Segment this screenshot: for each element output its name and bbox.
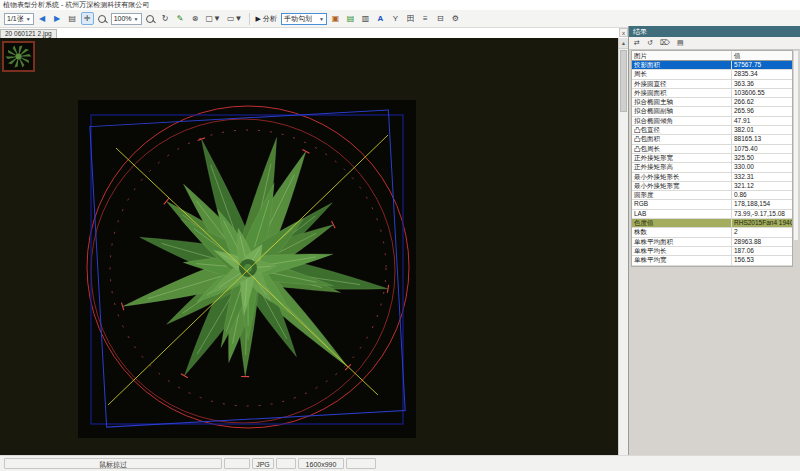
undo-icon: ↺	[647, 39, 653, 47]
app-window: 植物表型分析系统 - 杭州万深检测科技有限公司 1/1张 ▼ ◀ ▶ ▤ ✛ 1…	[0, 0, 800, 471]
param-value: 28963.88	[732, 238, 792, 246]
result-row[interactable]: 外接圆直径363.36	[632, 80, 792, 89]
close-icon[interactable]: x	[619, 28, 628, 37]
result-row[interactable]: 凸包面积88165.13	[632, 135, 792, 144]
scroll-up-icon[interactable]: ▲	[619, 38, 628, 49]
page-count-label: 1/1张	[7, 14, 24, 24]
pan-tool-button[interactable]: ✛	[81, 12, 94, 25]
pencil-icon: ✎	[177, 14, 184, 23]
param-value: 2835.34	[732, 70, 792, 78]
grid-button[interactable]: 田	[404, 12, 417, 25]
result-row[interactable]: 拟合椭圆主轴266.62	[632, 98, 792, 107]
play-icon: ▶	[256, 15, 261, 23]
image-canvas[interactable]	[0, 38, 618, 455]
analyze-label: 分析	[263, 14, 277, 24]
param-value: 178,188,154	[732, 200, 792, 208]
result-row[interactable]: 凸包周长1075.40	[632, 145, 792, 154]
prev-image-button[interactable]: ◀	[36, 12, 49, 25]
analysis-mode-combo[interactable]: 手动勾划 ▼	[281, 13, 327, 25]
result-row[interactable]: RGB178,188,154	[632, 200, 792, 209]
layout-button[interactable]: ⊟	[434, 12, 447, 25]
chevron-down-icon: ▼	[134, 16, 139, 22]
param-name: 株数	[632, 228, 732, 236]
list-icon: ≡	[423, 14, 428, 23]
result-row[interactable]: 正外接矩形高330.00	[632, 163, 792, 172]
param-name: 凸包面积	[632, 135, 732, 143]
result-row[interactable]: 周长2835.34	[632, 70, 792, 79]
shape-icon: ▢	[206, 14, 214, 23]
result-row[interactable]: 单株平均长187.06	[632, 247, 792, 256]
thumbnail-svg[interactable]	[2, 41, 35, 72]
result-row[interactable]: 拟合椭圆副轴265.96	[632, 107, 792, 116]
canvas-scrollbar[interactable]: ▲	[618, 38, 628, 455]
result-row[interactable]: 圆形度0.86	[632, 191, 792, 200]
magnifier-icon	[98, 15, 106, 23]
settings-button[interactable]: ⚙	[449, 12, 462, 25]
result-row[interactable]: 拟合椭圆倾角47.91	[632, 117, 792, 126]
label-y-button[interactable]: Y	[389, 12, 402, 25]
letter-y-icon: Y	[393, 14, 398, 23]
zoom-in-button[interactable]	[144, 12, 157, 25]
result-row[interactable]: 外接圆面积103606.55	[632, 89, 792, 98]
param-name: 单株平均面积	[632, 238, 732, 246]
analysis-mode-label: 手动勾划	[284, 14, 317, 24]
param-value: 266.62	[732, 98, 792, 106]
remove-button[interactable]: ⊗	[189, 12, 202, 25]
list-button[interactable]: ≡	[419, 12, 432, 25]
param-name: 圆形度	[632, 191, 732, 199]
param-value: 321.12	[732, 182, 792, 190]
swap-results-button[interactable]: ⇄	[632, 38, 642, 48]
save-image-button[interactable]: ▤	[66, 12, 79, 25]
chart-icon: ▥	[362, 14, 370, 23]
document-tabstrip: 20 060121 2.jpg	[0, 29, 618, 38]
photo-svg[interactable]	[78, 100, 416, 438]
result-row[interactable]: 单株平均面积28963.88	[632, 238, 792, 247]
column-header-value: 值	[732, 51, 792, 60]
rotate-icon: ↻	[162, 14, 169, 23]
letter-a-icon: A	[378, 14, 384, 23]
reset-results-button[interactable]: ↺	[645, 38, 655, 48]
result-row[interactable]: 单株平均宽156.53	[632, 256, 792, 265]
clear-results-button[interactable]: ⌦	[658, 38, 672, 48]
result-row[interactable]: 凸包直径382.01	[632, 126, 792, 135]
param-name: 凸包周长	[632, 145, 732, 153]
results-table-body: 投影面积57567.75周长2835.34外接圆直径363.36外接圆面积103…	[632, 61, 792, 266]
scrollbar-thumb[interactable]	[620, 50, 627, 112]
param-name: 外接圆直径	[632, 80, 732, 88]
chevron-down-icon: ▼	[319, 16, 324, 22]
result-row[interactable]: 最小外接矩形宽321.12	[632, 182, 792, 191]
result-row[interactable]: 投影面积57567.75	[632, 61, 792, 70]
result-row[interactable]: 色度值RHS2015Fan4 194C Yellow	[632, 219, 792, 228]
shape-dropdown-button[interactable]: ▢▼	[204, 12, 223, 25]
edit-button[interactable]: ✎	[174, 12, 187, 25]
zoom-level-combo[interactable]: 100% ▼	[111, 13, 142, 25]
param-value: 2	[732, 228, 792, 236]
status-dimensions: 1600x990	[298, 458, 344, 469]
status-bar: 鼠标掠过 JPG 1600x990	[0, 455, 800, 471]
param-name: 投影面积	[632, 61, 732, 69]
rotate-button[interactable]: ↻	[159, 12, 172, 25]
param-name: 凸包直径	[632, 126, 732, 134]
next-image-button[interactable]: ▶	[51, 12, 64, 25]
image-export-icon: ▤	[347, 14, 355, 23]
chevron-down-icon: ▼	[26, 16, 31, 22]
zoom-tool-button[interactable]	[96, 12, 109, 25]
batch-button[interactable]: ▣	[329, 12, 342, 25]
result-row[interactable]: 最小外接矩形长332.31	[632, 173, 792, 182]
param-name: 拟合椭圆副轴	[632, 107, 732, 115]
status-cell-empty	[276, 458, 296, 469]
report-button[interactable]: ▤	[675, 38, 686, 48]
column-header-name: 图片	[632, 51, 732, 60]
analyze-button[interactable]: ▶ 分析	[254, 12, 279, 25]
results-scrollbar[interactable]	[793, 50, 799, 241]
label-a-button[interactable]: A	[374, 12, 387, 25]
result-row[interactable]: 株数2	[632, 228, 792, 237]
move-icon: ✛	[84, 14, 91, 23]
stats-button[interactable]: ▥	[359, 12, 372, 25]
export-image-button[interactable]: ▤	[344, 12, 357, 25]
param-name: RGB	[632, 200, 732, 208]
result-row[interactable]: LAB73.99,-9.17,15.08	[632, 210, 792, 219]
page-count-combo[interactable]: 1/1张 ▼	[4, 13, 34, 25]
result-row[interactable]: 正外接矩形宽325.50	[632, 154, 792, 163]
region-dropdown-button[interactable]: ▭▼	[225, 12, 244, 25]
